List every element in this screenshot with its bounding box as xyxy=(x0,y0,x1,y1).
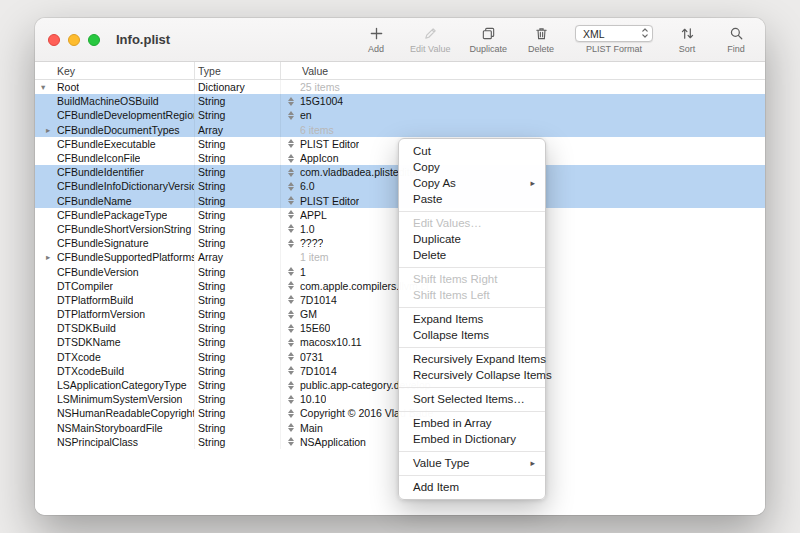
menu-item-recursively-collapse-items[interactable]: Recursively Collapse Items xyxy=(399,367,545,383)
value-label: 15G1004 xyxy=(300,95,343,107)
key-cell: DTSDKName xyxy=(35,335,195,349)
column-header-type[interactable]: Type xyxy=(195,62,281,79)
value-label: 10.10 xyxy=(300,393,326,405)
value-stepper-icon[interactable] xyxy=(287,196,294,205)
traffic-lights xyxy=(48,34,100,46)
table-header: Key Type Value xyxy=(35,62,765,80)
value-stepper-icon[interactable] xyxy=(287,224,294,233)
value-stepper-icon[interactable] xyxy=(287,324,294,333)
key-cell: CFBundleIconFile xyxy=(35,151,195,165)
key-cell: DTXcode xyxy=(35,350,195,364)
menu-item-label: Shift Items Right xyxy=(413,271,497,287)
value-label: 1.0 xyxy=(300,223,315,235)
zoom-button[interactable] xyxy=(88,34,100,46)
menu-item-sort-selected-items[interactable]: Sort Selected Items… xyxy=(399,391,545,407)
key-cell: ▸CFBundleDocumentTypes xyxy=(35,123,195,137)
key-cell: LSApplicationCategoryType xyxy=(35,378,195,392)
delete-button[interactable]: Delete xyxy=(526,25,556,54)
menu-item-shift-items-left: Shift Items Left xyxy=(399,287,545,303)
key-cell: BuildMachineOSBuild xyxy=(35,94,195,108)
disclosure-open-icon[interactable]: ▾ xyxy=(41,83,45,92)
column-header-value[interactable]: Value xyxy=(281,62,765,79)
menu-item-delete[interactable]: Delete xyxy=(399,247,545,263)
menu-separator xyxy=(399,211,545,212)
value-stepper-icon[interactable] xyxy=(287,267,294,276)
type-cell: String xyxy=(195,435,281,449)
key-label: LSApplicationCategoryType xyxy=(57,379,187,391)
key-cell: NSHumanReadableCopyright xyxy=(35,406,195,420)
value-stepper-icon[interactable] xyxy=(287,111,294,120)
menu-item-copy[interactable]: Copy xyxy=(399,159,545,175)
table-row[interactable]: ▾RootDictionary25 items xyxy=(35,80,765,94)
value-stepper-icon[interactable] xyxy=(287,139,294,148)
menu-item-label: Sort Selected Items… xyxy=(413,391,525,407)
value-stepper-icon[interactable] xyxy=(287,437,294,446)
value-label: 6.0 xyxy=(300,180,315,192)
key-label: CFBundlePackageType xyxy=(57,209,167,221)
key-cell: ▾Root xyxy=(35,80,195,94)
column-header-key[interactable]: Key xyxy=(35,62,195,79)
sort-button[interactable]: Sort xyxy=(672,25,702,54)
value-stepper-icon[interactable] xyxy=(287,239,294,248)
key-cell: LSMinimumSystemVersion xyxy=(35,392,195,406)
value-label: 6 items xyxy=(300,124,334,136)
key-label: BuildMachineOSBuild xyxy=(57,95,159,107)
type-cell: String xyxy=(195,165,281,179)
menu-item-duplicate[interactable]: Duplicate xyxy=(399,231,545,247)
plus-icon xyxy=(369,25,384,42)
value-stepper-icon[interactable] xyxy=(287,310,294,319)
key-label: CFBundleDevelopmentRegion xyxy=(57,109,194,121)
value-stepper-icon[interactable] xyxy=(287,210,294,219)
menu-item-expand-items[interactable]: Expand Items xyxy=(399,311,545,327)
value-stepper-icon[interactable] xyxy=(287,366,294,375)
duplicate-button[interactable]: Duplicate xyxy=(469,25,507,54)
table-row[interactable]: ▸CFBundleDocumentTypesArray6 items xyxy=(35,123,765,137)
menu-item-label: Add Item xyxy=(413,479,459,495)
value-stepper-icon[interactable] xyxy=(287,338,294,347)
key-cell: CFBundleIdentifier xyxy=(35,165,195,179)
value-stepper-icon[interactable] xyxy=(287,381,294,390)
toolbar-label: Edit Value xyxy=(410,44,450,54)
key-label: LSMinimumSystemVersion xyxy=(57,393,182,405)
menu-item-paste[interactable]: Paste xyxy=(399,191,545,207)
value-label: GM xyxy=(300,308,317,320)
menu-item-cut[interactable]: Cut xyxy=(399,143,545,159)
table-row[interactable]: BuildMachineOSBuildString15G1004 xyxy=(35,94,765,108)
value-label: macosx10.11 xyxy=(300,336,362,348)
key-label: DTPlatformVersion xyxy=(57,308,145,320)
value-stepper-icon[interactable] xyxy=(287,168,294,177)
value-stepper-icon[interactable] xyxy=(287,409,294,418)
menu-item-label: Duplicate xyxy=(413,231,461,247)
menu-item-label: Copy As xyxy=(413,175,456,191)
add-button[interactable]: Add xyxy=(361,25,391,54)
menu-item-value-type[interactable]: Value Type▸ xyxy=(399,455,545,471)
chevron-up-down-icon xyxy=(641,27,649,41)
value-stepper-icon[interactable] xyxy=(287,281,294,290)
key-label: CFBundleShortVersionString xyxy=(57,223,191,235)
type-cell: String xyxy=(195,335,281,349)
disclosure-closed-icon[interactable]: ▸ xyxy=(46,125,50,134)
menu-item-add-item[interactable]: Add Item xyxy=(399,479,545,495)
value-stepper-icon[interactable] xyxy=(287,97,294,106)
menu-item-embed-in-array[interactable]: Embed in Array xyxy=(399,415,545,431)
value-stepper-icon[interactable] xyxy=(287,182,294,191)
menu-item-recursively-expand-items[interactable]: Recursively Expand Items xyxy=(399,351,545,367)
table-row[interactable]: CFBundleDevelopmentRegionStringen xyxy=(35,108,765,122)
value-stepper-icon[interactable] xyxy=(287,352,294,361)
menu-separator xyxy=(399,451,545,452)
value-stepper-icon[interactable] xyxy=(287,154,294,163)
value-stepper-icon[interactable] xyxy=(287,295,294,304)
key-label: DTSDKName xyxy=(57,336,121,348)
value-stepper-icon[interactable] xyxy=(287,423,294,432)
menu-item-collapse-items[interactable]: Collapse Items xyxy=(399,327,545,343)
disclosure-closed-icon[interactable]: ▸ xyxy=(46,253,50,262)
minimize-button[interactable] xyxy=(68,34,80,46)
menu-item-copy-as[interactable]: Copy As▸ xyxy=(399,175,545,191)
find-button[interactable]: Find xyxy=(721,25,751,54)
close-button[interactable] xyxy=(48,34,60,46)
plist-format-select[interactable]: XML xyxy=(575,25,653,42)
menu-item-embed-in-dictionary[interactable]: Embed in Dictionary xyxy=(399,431,545,447)
value-stepper-icon[interactable] xyxy=(287,395,294,404)
key-cell: DTPlatformVersion xyxy=(35,307,195,321)
key-cell: NSMainStoryboardFile xyxy=(35,421,195,435)
